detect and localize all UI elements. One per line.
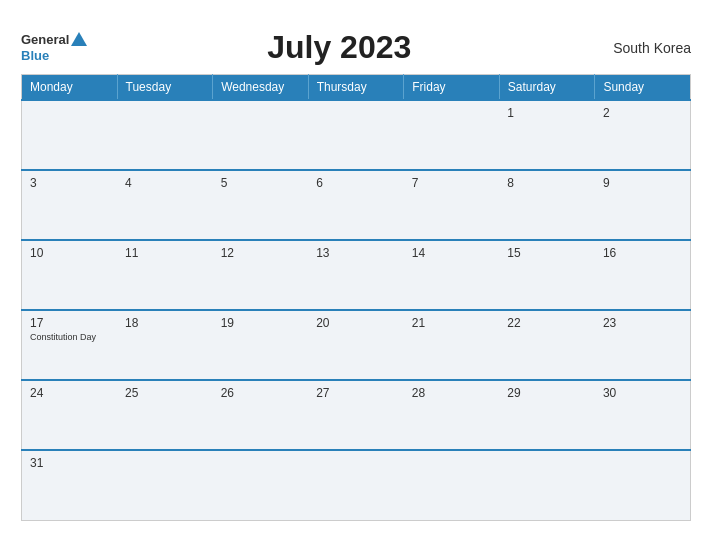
day-event: Constitution Day [30,332,109,344]
day-cell: 4 [117,170,213,240]
day-cell: 19 [213,310,309,380]
week-row-6: 31 [22,450,691,520]
day-number: 11 [125,246,205,260]
day-cell: 25 [117,380,213,450]
logo-triangle-icon [71,32,87,46]
day-number: 29 [507,386,587,400]
day-cell [213,100,309,170]
day-cell: 13 [308,240,404,310]
weekday-header-friday: Friday [404,75,500,101]
day-cell: 6 [308,170,404,240]
day-number: 16 [603,246,682,260]
logo: General Blue [21,32,87,64]
day-cell [213,450,309,520]
day-cell [308,450,404,520]
day-cell [117,100,213,170]
weekday-header-tuesday: Tuesday [117,75,213,101]
day-cell: 22 [499,310,595,380]
week-row-4: 17Constitution Day181920212223 [22,310,691,380]
day-number: 10 [30,246,109,260]
day-number: 15 [507,246,587,260]
day-cell: 24 [22,380,118,450]
day-cell: 29 [499,380,595,450]
logo-general-text: General [21,32,69,48]
week-row-2: 3456789 [22,170,691,240]
day-cell: 26 [213,380,309,450]
day-cell: 1 [499,100,595,170]
calendar-header: General Blue July 2023 South Korea [21,29,691,66]
day-number: 8 [507,176,587,190]
day-number: 19 [221,316,301,330]
day-cell [404,100,500,170]
day-cell: 7 [404,170,500,240]
week-row-5: 24252627282930 [22,380,691,450]
weekday-header-sunday: Sunday [595,75,691,101]
day-number: 28 [412,386,492,400]
week-row-1: 12 [22,100,691,170]
day-cell: 8 [499,170,595,240]
day-cell: 5 [213,170,309,240]
day-cell [499,450,595,520]
logo-top: General [21,32,87,48]
country-label: South Korea [591,40,691,56]
day-number: 27 [316,386,396,400]
weekday-header-saturday: Saturday [499,75,595,101]
day-cell: 9 [595,170,691,240]
day-cell [308,100,404,170]
weekday-header-thursday: Thursday [308,75,404,101]
day-number: 22 [507,316,587,330]
day-number: 24 [30,386,109,400]
day-number: 14 [412,246,492,260]
day-cell [404,450,500,520]
day-cell: 15 [499,240,595,310]
day-number: 12 [221,246,301,260]
day-cell: 17Constitution Day [22,310,118,380]
weekday-header-wednesday: Wednesday [213,75,309,101]
day-cell [117,450,213,520]
day-number: 6 [316,176,396,190]
weekday-header-monday: Monday [22,75,118,101]
day-number: 9 [603,176,682,190]
day-cell: 2 [595,100,691,170]
day-cell: 27 [308,380,404,450]
day-number: 18 [125,316,205,330]
day-number: 31 [30,456,109,470]
day-cell [22,100,118,170]
day-cell: 20 [308,310,404,380]
day-number: 20 [316,316,396,330]
day-number: 13 [316,246,396,260]
day-number: 21 [412,316,492,330]
calendar-title: July 2023 [87,29,591,66]
day-number: 23 [603,316,682,330]
day-number: 1 [507,106,587,120]
day-number: 3 [30,176,109,190]
day-number: 4 [125,176,205,190]
day-cell: 23 [595,310,691,380]
day-cell: 28 [404,380,500,450]
day-number: 7 [412,176,492,190]
day-cell: 21 [404,310,500,380]
day-cell: 12 [213,240,309,310]
day-cell: 10 [22,240,118,310]
day-cell: 18 [117,310,213,380]
day-cell: 11 [117,240,213,310]
calendar-table: MondayTuesdayWednesdayThursdayFridaySatu… [21,74,691,521]
week-row-3: 10111213141516 [22,240,691,310]
day-cell: 14 [404,240,500,310]
day-number: 5 [221,176,301,190]
day-number: 26 [221,386,301,400]
day-number: 30 [603,386,682,400]
day-cell: 30 [595,380,691,450]
day-cell: 3 [22,170,118,240]
weekday-header-row: MondayTuesdayWednesdayThursdayFridaySatu… [22,75,691,101]
day-cell: 31 [22,450,118,520]
day-number: 17 [30,316,109,330]
day-number: 25 [125,386,205,400]
calendar-wrapper: General Blue July 2023 South Korea Monda… [11,19,701,531]
day-cell [595,450,691,520]
day-cell: 16 [595,240,691,310]
day-number: 2 [603,106,682,120]
logo-blue-text: Blue [21,48,49,64]
logo-group: General Blue [21,32,87,64]
